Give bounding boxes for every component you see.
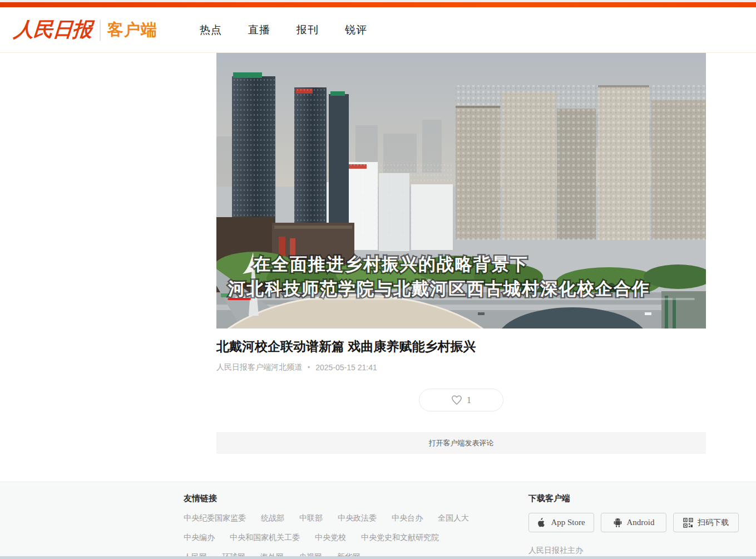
footer-link[interactable]: 中央台办 (392, 513, 423, 523)
footer-link[interactable]: 中央政法委 (338, 513, 377, 523)
qr-code-icon (683, 518, 693, 528)
site-header: 人民日报 客户端 热点 直播 报刊 锐评 (0, 7, 756, 53)
video-progress-fill (228, 298, 251, 300)
nav-item-hotspots[interactable]: 热点 (200, 23, 222, 37)
main-nav: 热点 直播 报刊 锐评 (200, 23, 393, 37)
android-button[interactable]: Android (601, 513, 666, 532)
scan-qr-label: 扫码下载 (698, 518, 729, 528)
video-player[interactable]: 在全面推进乡村振兴的战略背景下 河北科技师范学院与北戴河区西古城村深化校企合作 … (216, 53, 706, 328)
article-main-column: 在全面推进乡村振兴的战略背景下 河北科技师范学院与北戴河区西古城村深化校企合作 … (216, 53, 706, 454)
apple-icon (537, 517, 546, 528)
footer-link[interactable]: 中央党史和文献研究院 (361, 533, 439, 543)
like-button[interactable]: 1 (419, 389, 503, 411)
bottom-scroll-strip[interactable] (0, 556, 756, 559)
android-label: Android (627, 518, 655, 527)
video-frame-cityscape: 在全面推进乡村振兴的战略背景下 河北科技师范学院与北戴河区西古城村深化校企合作 (216, 53, 706, 328)
article-title: 北戴河校企联动谱新篇 戏曲康养赋能乡村振兴 (216, 338, 706, 355)
byline-separator: • (308, 364, 310, 371)
logo-client-label: 客户端 (107, 19, 157, 41)
footer-link[interactable]: 中央和国家机关工委 (230, 533, 300, 543)
scan-qr-download-button[interactable]: 扫码下载 (673, 513, 739, 532)
video-progress-bar[interactable] (228, 298, 695, 300)
friend-links-row-2: 中央编办 中央和国家机关工委 中央党校 中央党史和文献研究院 (184, 533, 495, 543)
article-byline: 人民日报客户端河北频道 • 2025-05-15 21:41 (216, 362, 706, 372)
site-logo[interactable]: 人民日报 客户端 (14, 16, 157, 43)
download-client-title: 下载客户端 (528, 493, 745, 504)
comment-prompt-label: 打开客户端发表评论 (429, 438, 494, 448)
logo-divider (100, 19, 101, 41)
open-client-comment-bar[interactable]: 打开客户端发表评论 (216, 432, 706, 454)
page-footer: 友情链接 中央纪委国家监委 统战部 中联部 中央政法委 中央台办 全国人大 中央… (0, 482, 756, 559)
footer-link[interactable]: 中央党校 (315, 533, 346, 543)
logo-peoples-daily: 人民日报 (13, 16, 92, 43)
video-subtitle-line2: 河北科技师范学院与北戴河区西古城村深化校企合作 (228, 279, 650, 298)
video-subtitle-line1: 在全面推进乡村振兴的战略背景下 (253, 254, 528, 274)
friend-links-title: 友情链接 (184, 493, 495, 504)
nav-item-newspaper[interactable]: 报刊 (297, 23, 319, 37)
app-store-button[interactable]: App Store (528, 513, 594, 532)
like-row: 1 (216, 389, 706, 411)
footer-link[interactable]: 全国人大 (438, 513, 469, 523)
android-icon (613, 517, 622, 528)
friend-links-row-1: 中央纪委国家监委 统战部 中联部 中央政法委 中央台办 全国人大 (184, 513, 495, 523)
footer-link[interactable]: 中央编办 (184, 533, 215, 543)
like-count: 1 (467, 395, 471, 405)
footer-link[interactable]: 统战部 (261, 513, 284, 523)
article-published-time: 2025-05-15 21:41 (315, 363, 377, 372)
footer-link[interactable]: 中央纪委国家监委 (184, 513, 246, 523)
nav-item-live[interactable]: 直播 (248, 23, 270, 37)
heart-icon (451, 395, 462, 405)
nav-item-commentary[interactable]: 锐评 (345, 23, 367, 37)
download-client-section: 下载客户端 App Store (528, 493, 745, 556)
friend-links-section: 友情链接 中央纪委国家监委 统战部 中联部 中央政法委 中央台办 全国人大 中央… (184, 493, 495, 559)
footer-link[interactable]: 中联部 (299, 513, 323, 523)
article-source: 人民日报客户端河北频道 (216, 362, 302, 372)
download-buttons-row: App Store (528, 513, 745, 532)
publisher-note: 人民日报社主办 (528, 546, 745, 556)
app-store-label: App Store (551, 518, 585, 527)
brand-top-bar (0, 2, 756, 7)
